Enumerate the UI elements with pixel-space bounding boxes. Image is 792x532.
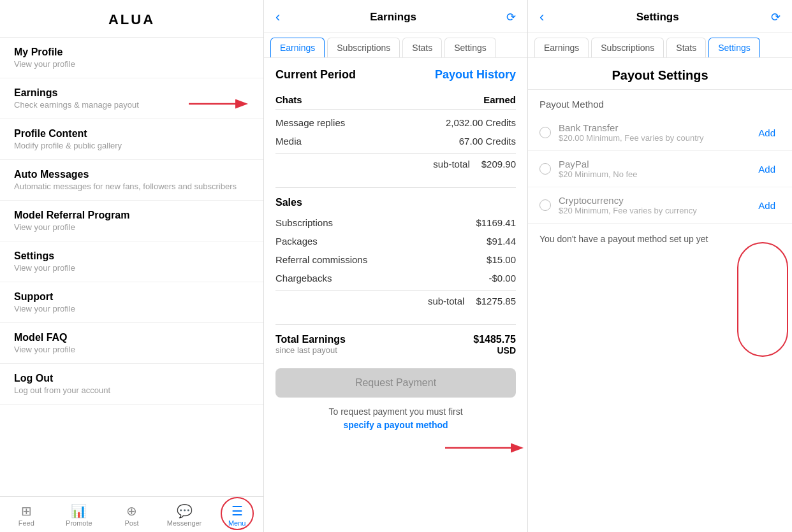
sidebar-item-subtitle: View your profile [14,59,249,69]
add-payout-button[interactable]: Add [753,161,781,177]
bottom-nav-feed[interactable]: ⊞ Feed [0,502,53,529]
payout-radio[interactable] [539,163,551,175]
sidebar-item-title: Profile Content [14,128,249,140]
payout-method-label: Payout Method [528,90,792,115]
payout-option: Cryptocurrency $20 Minimum, Fee varies b… [528,187,792,224]
sales-row-label: Chargebacks [275,273,332,284]
bottom-nav-menu[interactable]: ☰ Menu [210,502,263,529]
sidebar-item[interactable]: Auto Messages Automatic messages for new… [0,160,263,201]
earnings-tab-subscriptions[interactable]: Subscriptions [327,38,400,57]
sidebar-item-title: Earnings [14,87,249,99]
sidebar-item-title: My Profile [14,47,249,58]
chats-row: Media67.00 Credits [275,132,516,150]
sidebar-panel: ALUA My Profile View your profile Earnin… [0,0,264,532]
sidebar-item[interactable]: Log Out Log out from your account [0,364,263,405]
payout-option-desc: $20 Minimum, No fee [559,169,753,179]
payout-options-container: Bank Transfer $20.00 Minimum, Fee varies… [528,115,792,224]
sidebar-item-title: Settings [14,250,249,262]
sidebar-item[interactable]: Model Referral Program View your profile [0,201,263,241]
sidebar-item[interactable]: Support View your profile [0,282,263,323]
payout-option-info: Cryptocurrency $20 Minimum, Fee varies b… [559,195,753,215]
sales-row: Chargebacks-$0.00 [275,269,516,287]
menu-label: Menu [228,519,246,527]
sidebar-item-title: Model Referral Program [14,210,249,221]
payout-option-name: PayPal [559,159,753,169]
sidebar-item-title: Support [14,291,249,303]
bottom-nav-messenger[interactable]: 💬 Messenger [158,502,211,529]
total-value: $1485.75 USD [473,334,516,356]
sidebar-item-title: Model FAQ [14,332,249,343]
chats-header-row: Chats Earned [275,90,516,110]
chats-subtotal-row: sub-total $209.90 [275,153,516,175]
earnings-header: ‹ Earnings ⟳ [264,0,527,32]
sidebar-item-subtitle: Check earnings & manage payout [14,100,249,110]
sales-section-title: Sales [275,197,516,208]
chats-col-header: Chats [275,94,302,105]
payout-radio[interactable] [539,127,551,138]
add-payout-button[interactable]: Add [753,198,781,213]
sidebar-item-subtitle: Automatic messages for new fans, followe… [14,182,249,191]
payout-option-name: Bank Transfer [559,122,753,133]
request-payment-button[interactable]: Request Payment [275,368,516,398]
back-button[interactable]: ‹ [275,9,280,25]
payout-option-info: Bank Transfer $20.00 Minimum, Fee varies… [559,122,753,143]
post-icon: ⊕ [126,505,137,517]
settings-refresh-icon[interactable]: ⟳ [771,10,781,24]
chats-section: Chats Earned Message replies2,032.00 Cre… [275,90,516,175]
sidebar-item[interactable]: Model FAQ View your profile [0,323,263,364]
settings-panel: ‹ Settings ⟳ EarningsSubscriptionsStatsS… [528,0,792,532]
payment-note: To request payment you must first specif… [275,405,516,432]
earnings-tab-stats[interactable]: Stats [402,38,442,57]
chats-subtotal-label: sub-total [433,159,470,169]
no-payout-note: You don't have a payout method set up ye… [528,224,792,254]
earnings-tab-settings[interactable]: Settings [444,38,496,57]
sales-row-value: $91.44 [487,236,516,247]
sidebar-item-subtitle: Log out from your account [14,385,249,395]
payout-option: Bank Transfer $20.00 Minimum, Fee varies… [528,115,792,151]
settings-tab-settings[interactable]: Settings [708,38,760,57]
sales-row: Referral commissions$15.00 [275,250,516,269]
sidebar-item[interactable]: Earnings Check earnings & manage payout [0,78,263,119]
settings-tab-earnings[interactable]: Earnings [534,38,589,57]
sales-row: Subscriptions$1169.41 [275,213,516,232]
sales-row-value: -$0.00 [488,273,516,284]
sales-subtotal-row: sub-total $1275.85 [275,290,516,312]
sidebar-item[interactable]: My Profile View your profile [0,38,263,78]
payout-option-desc: $20 Minimum, Fee varies by currency [559,206,753,215]
payout-history-link[interactable]: Payout History [435,68,516,82]
earnings-tab-bar: EarningsSubscriptionsStatsSettings [264,32,527,58]
sidebar-item-title: Auto Messages [14,169,249,180]
bottom-nav-promote[interactable]: 📊 Promote [53,502,106,529]
settings-back-button[interactable]: ‹ [539,9,544,25]
sales-subtotal-value: $1275.85 [476,296,516,306]
add-payout-button[interactable]: Add [753,125,781,141]
sidebar-item[interactable]: Profile Content Modify profile & public … [0,119,263,160]
chats-subtotal-value: $209.90 [481,159,516,169]
sidebar-item-title: Log Out [14,373,249,384]
app-logo: ALUA [0,0,263,38]
settings-tab-subscriptions[interactable]: Subscriptions [591,38,664,57]
sales-row-value: $15.00 [487,254,516,265]
bottom-nav-post[interactable]: ⊕ Post [105,502,158,529]
settings-tab-stats[interactable]: Stats [666,38,706,57]
messenger-icon: 💬 [177,505,193,517]
earnings-content: Current Period Payout History Chats Earn… [264,58,527,532]
settings-tab-bar: EarningsSubscriptionsStatsSettings [528,32,792,58]
sales-subtotal-label: sub-total [428,296,465,306]
payout-radio[interactable] [539,199,551,211]
total-amount: $1485.75 [473,334,516,345]
promote-label: Promote [66,519,92,527]
feed-label: Feed [18,519,34,527]
payout-option-desc: $20.00 Minimum, Fee varies by country [559,133,753,143]
chats-row-label: Media [275,136,302,147]
payout-option-info: PayPal $20 Minimum, No fee [559,159,753,179]
sidebar-item-subtitle: View your profile [14,304,249,313]
sidebar-nav: My Profile View your profile Earnings Ch… [0,38,263,496]
total-currency: USD [473,345,516,356]
sales-row-value: $1169.41 [476,217,516,228]
specify-payout-link[interactable]: specify a payout method [343,420,448,430]
total-label: Total Earnings [275,334,346,345]
sidebar-item[interactable]: Settings View your profile [0,241,263,282]
earnings-tab-earnings[interactable]: Earnings [270,38,325,57]
refresh-icon[interactable]: ⟳ [506,10,516,24]
